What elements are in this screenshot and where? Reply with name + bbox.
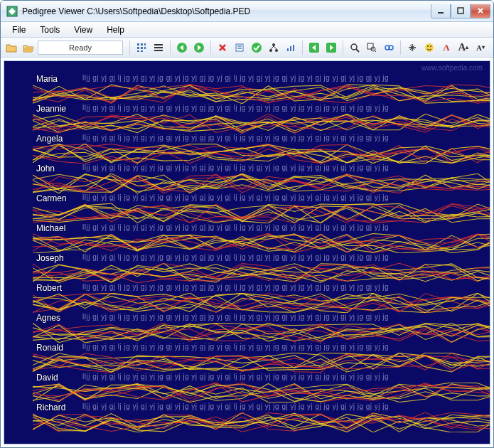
zoom-icon[interactable] [347, 40, 363, 55]
move-left-icon[interactable] [306, 40, 322, 55]
app-window: Pedigree Viewer C:\Users\Softpedia\Deskt… [0, 0, 494, 448]
row-label: Ronald [36, 343, 63, 353]
list-icon[interactable] [151, 40, 166, 55]
pedigree-row: Michaellljj gj yj gj lj jg yj gj yj jg g… [18, 223, 490, 252]
row-label: Agnes [36, 313, 60, 323]
svg-point-20 [272, 43, 275, 46]
row-names-blur: lljj gj yj gj lj jg yj gj yj jg gj yj jg… [82, 193, 483, 203]
new-folder-icon[interactable] [4, 40, 19, 55]
pedigree-row: Carmenlljj gj yj gj lj jg yj gj yj jg gj… [18, 193, 490, 222]
toolbar-separator [302, 41, 303, 55]
nav-back-icon[interactable] [174, 40, 190, 55]
pedigree-canvas[interactable]: www.softpedia.com Marialljj gj yj gj lj … [4, 60, 490, 444]
window-controls [431, 4, 490, 18]
font-color-icon[interactable]: A [439, 40, 454, 55]
svg-point-22 [275, 49, 278, 52]
open-file-icon[interactable] [21, 40, 36, 55]
toolbar-separator [400, 41, 401, 55]
svg-point-35 [430, 46, 431, 47]
expand-icon[interactable] [404, 40, 420, 55]
move-right-icon[interactable] [323, 40, 339, 55]
row-label: John [36, 164, 55, 174]
svg-point-19 [252, 43, 262, 53]
menu-file[interactable]: File [5, 23, 33, 36]
svg-rect-10 [141, 50, 143, 52]
window-title: Pedigree Viewer C:\Users\Softpedia\Deskt… [22, 6, 431, 16]
svg-rect-3 [137, 43, 139, 46]
svg-rect-6 [137, 47, 139, 49]
svg-point-21 [269, 49, 272, 52]
svg-rect-24 [290, 46, 291, 51]
row-names-blur: lljj gj yj gj lj jg yj gj yj jg gj yj jg… [82, 134, 483, 144]
delete-icon[interactable] [215, 40, 230, 55]
pedigree-row: Agneslljj gj yj gj lj jg yj gj yj jg gj … [18, 313, 490, 341]
row-names-blur: lljj gj yj gj lj jg yj gj yj jg gj yj jg… [82, 74, 483, 84]
pedigree-row: Davidlljj gj yj gj lj jg yj gj yj jg gj … [18, 373, 490, 401]
font-increase-icon[interactable]: A▴ [456, 40, 471, 55]
status-box: Ready [38, 41, 123, 55]
check-icon[interactable] [249, 40, 264, 55]
svg-rect-12 [154, 47, 163, 48]
row-label: Joseph [36, 253, 64, 263]
pedigree-row: Johnlljj gj yj gj lj jg yj gj yj jg gj y… [18, 164, 490, 192]
highlight-icon[interactable] [421, 40, 437, 55]
pedigree-row: Angelalljj gj yj gj lj jg yj gj yj jg gj… [18, 134, 490, 162]
menu-help[interactable]: Help [100, 23, 131, 36]
row-names-blur: lljj gj yj gj lj jg yj gj yj jg gj yj jg… [82, 373, 483, 383]
font-decrease-icon[interactable]: A▾ [473, 40, 488, 55]
row-names-blur: lljj gj yj gj lj jg yj gj yj jg gj yj jg… [82, 343, 483, 353]
svg-rect-13 [154, 50, 163, 51]
maximize-button[interactable] [451, 4, 471, 18]
status-text: Ready [69, 43, 92, 52]
titlebar: Pedigree Viewer C:\Users\Softpedia\Deskt… [1, 1, 493, 22]
svg-point-34 [427, 46, 429, 47]
nav-forward-icon[interactable] [191, 40, 207, 55]
row-names-blur: lljj gj yj gj lj jg yj gj yj jg gj yj jg… [82, 164, 483, 174]
svg-point-28 [351, 44, 357, 50]
svg-rect-23 [287, 48, 289, 51]
row-label: Maria [36, 74, 58, 84]
close-button[interactable] [471, 4, 490, 18]
row-names-blur: lljj gj yj gj lj jg yj gj yj jg gj yj jg… [82, 223, 483, 233]
tree-icon[interactable] [266, 40, 281, 55]
row-label: Robert [36, 283, 62, 293]
row-label: Jeannie [36, 104, 66, 114]
svg-rect-25 [293, 45, 294, 51]
row-label: Richard [36, 402, 65, 412]
zoom-window-icon[interactable] [364, 40, 380, 55]
svg-rect-7 [141, 47, 143, 49]
svg-rect-18 [237, 48, 242, 49]
svg-rect-17 [237, 46, 242, 47]
toolbar-separator [129, 41, 130, 55]
svg-rect-5 [144, 43, 146, 46]
app-icon [6, 6, 18, 17]
grid-icon[interactable] [134, 40, 149, 55]
row-label: Carmen [36, 193, 67, 203]
row-names-blur: lljj gj yj gj lj jg yj gj yj jg gj yj jg… [82, 283, 483, 293]
svg-rect-9 [137, 50, 139, 52]
properties-icon[interactable] [232, 40, 247, 55]
menu-tools[interactable]: Tools [33, 23, 67, 36]
row-label: David [36, 373, 58, 383]
pedigree-row: Jeannielljj gj yj gj lj jg yj gj yj jg g… [18, 104, 490, 132]
row-label: Michael [36, 223, 65, 233]
svg-rect-8 [144, 47, 146, 49]
menubar: File Tools View Help [1, 22, 493, 38]
find-icon[interactable] [381, 40, 397, 55]
row-names-blur: lljj gj yj gj lj jg yj gj yj jg gj yj jg… [82, 402, 483, 412]
svg-rect-2 [458, 8, 463, 14]
chart-icon[interactable] [283, 40, 299, 55]
menu-view[interactable]: View [67, 23, 100, 36]
svg-rect-11 [154, 44, 163, 46]
row-names-blur: lljj gj yj gj lj jg yj gj yj jg gj yj jg… [82, 104, 483, 114]
toolbar-separator [210, 41, 211, 55]
row-names-blur: lljj gj yj gj lj jg yj gj yj jg gj yj jg… [82, 313, 483, 323]
svg-rect-4 [141, 43, 143, 46]
pedigree-row: Richardlljj gj yj gj lj jg yj gj yj jg g… [18, 402, 490, 431]
pedigree-row: Ronaldlljj gj yj gj lj jg yj gj yj jg gj… [18, 343, 490, 371]
watermark-text: www.softpedia.com [421, 64, 483, 72]
minimize-button[interactable] [431, 4, 451, 18]
pedigree-row: Robertlljj gj yj gj lj jg yj gj yj jg gj… [18, 283, 490, 311]
toolbar-separator [170, 41, 171, 55]
toolbar: Ready [1, 38, 493, 58]
